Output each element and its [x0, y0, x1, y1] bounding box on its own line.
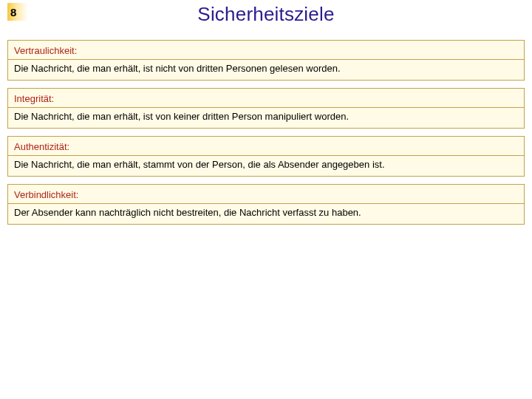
goal-desc: Die Nachricht, die man erhält, stammt vo… [8, 155, 524, 176]
goal-desc: Die Nachricht, die man erhält, ist nicht… [8, 59, 524, 80]
slide-header: 8 Sicherheitsziele [0, 0, 532, 33]
slide: 8 Sicherheitsziele Vertraulichkeit: Die … [0, 0, 532, 399]
goal-desc: Die Nachricht, die man erhält, ist von k… [8, 107, 524, 128]
goal-term: Authentizität: [8, 137, 524, 155]
goal-block: Integrität: Die Nachricht, die man erhäl… [7, 88, 525, 129]
goal-term: Vertraulichkeit: [8, 41, 524, 59]
slide-title: Sicherheitsziele [0, 3, 532, 26]
slide-content: Vertraulichkeit: Die Nachricht, die man … [0, 40, 532, 225]
goal-term: Integrität: [8, 89, 524, 107]
goal-term: Verbindlichkeit: [8, 185, 524, 203]
goal-block: Vertraulichkeit: Die Nachricht, die man … [7, 40, 525, 81]
goal-block: Authentizität: Die Nachricht, die man er… [7, 136, 525, 177]
goal-desc: Der Absender kann nachträglich nicht bes… [8, 203, 524, 224]
goal-block: Verbindlichkeit: Der Absender kann nacht… [7, 184, 525, 225]
